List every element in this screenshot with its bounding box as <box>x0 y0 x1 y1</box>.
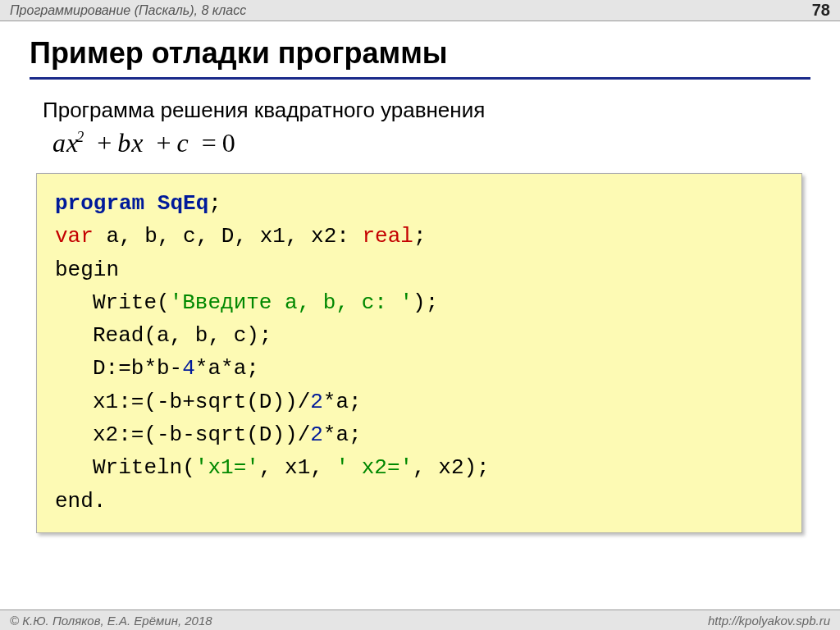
code-line-8: x2:=(-b-sqrt(D))/2*a; <box>55 418 783 451</box>
page-number: 78 <box>812 1 830 20</box>
l2-semi: ; <box>413 224 427 249</box>
eq-b: b <box>117 128 131 158</box>
prog-name: SqEq <box>158 191 208 216</box>
eq-c: c <box>177 128 189 158</box>
code-line-10: end. <box>55 485 783 518</box>
kw-begin: begin <box>55 258 119 282</box>
kw-end: end. <box>55 489 106 514</box>
var-decl: a, b, c, D, x1, x2: <box>94 224 363 249</box>
kw-real: real <box>362 224 413 249</box>
eq-plus1: + <box>92 128 117 158</box>
code-line-6: D:=b*b-4*a*a; <box>55 352 783 385</box>
l6a: D:=b*b- <box>93 356 182 381</box>
l9-s1: 'x1=' <box>195 455 259 480</box>
code-line-2: var a, b, c, D, x1, x2: real; <box>55 220 783 253</box>
l4-write: Write( <box>93 290 170 315</box>
l5-read: Read(a, b, c); <box>93 323 272 348</box>
slide-subtitle: Программа решения квадратного уравнения <box>43 98 810 123</box>
header-left: Программирование (Паскаль), 8 класс <box>10 3 246 18</box>
slide-content: Пример отладки программы Программа решен… <box>0 21 840 533</box>
l1-semi: ; <box>208 191 221 216</box>
kw-var: var <box>55 224 94 249</box>
l4-close: ); <box>413 290 438 315</box>
kw-program: program <box>55 191 144 216</box>
code-line-1: program SqEq; <box>55 187 783 220</box>
equation: ax2 +bx +c =0 <box>52 128 810 158</box>
code-box: program SqEq; var a, b, c, D, x1, x2: re… <box>36 173 802 533</box>
slide-footer: © К.Ю. Поляков, Е.А. Ерёмин, 2018 http:/… <box>0 609 840 630</box>
eq-a: a <box>52 128 66 158</box>
slide-title: Пример отладки программы <box>30 36 810 80</box>
l8-num: 2 <box>310 422 323 447</box>
l9a: Writeln( <box>93 455 195 480</box>
code-line-3: begin <box>55 253 783 286</box>
l7a: x1:=(-b+sqrt(D))/ <box>93 390 310 414</box>
l7-num: 2 <box>310 390 323 414</box>
l9-m2: , x2); <box>413 455 490 480</box>
footer-left: © К.Ю. Поляков, Е.А. Ерёмин, 2018 <box>10 614 212 628</box>
code-line-5: Read(a, b, c); <box>55 319 783 352</box>
eq-zero: 0 <box>222 128 236 158</box>
l6-num: 4 <box>182 356 195 381</box>
l6b: *a*a; <box>195 356 259 381</box>
eq-plus2: + <box>151 128 176 158</box>
footer-right: http://kpolyakov.spb.ru <box>708 614 830 628</box>
l8b: *a; <box>323 422 362 447</box>
l9-m1: , x1, <box>259 455 336 480</box>
slide-header: Программирование (Паскаль), 8 класс 78 <box>0 0 840 21</box>
l4-string: 'Введите a, b, c: ' <box>170 290 413 315</box>
code-line-4: Write('Введите a, b, c: '); <box>55 286 783 319</box>
l8a: x2:=(-b-sqrt(D))/ <box>93 422 310 447</box>
l9-s2: ' x2=' <box>336 455 413 480</box>
code-line-9: Writeln('x1=', x1, ' x2=', x2); <box>55 451 783 484</box>
eq-squared: 2 <box>76 129 84 145</box>
l7b: *a; <box>323 390 362 414</box>
code-line-7: x1:=(-b+sqrt(D))/2*a; <box>55 386 783 418</box>
eq-x2: x <box>131 128 144 158</box>
eq-equals: = <box>197 128 222 158</box>
